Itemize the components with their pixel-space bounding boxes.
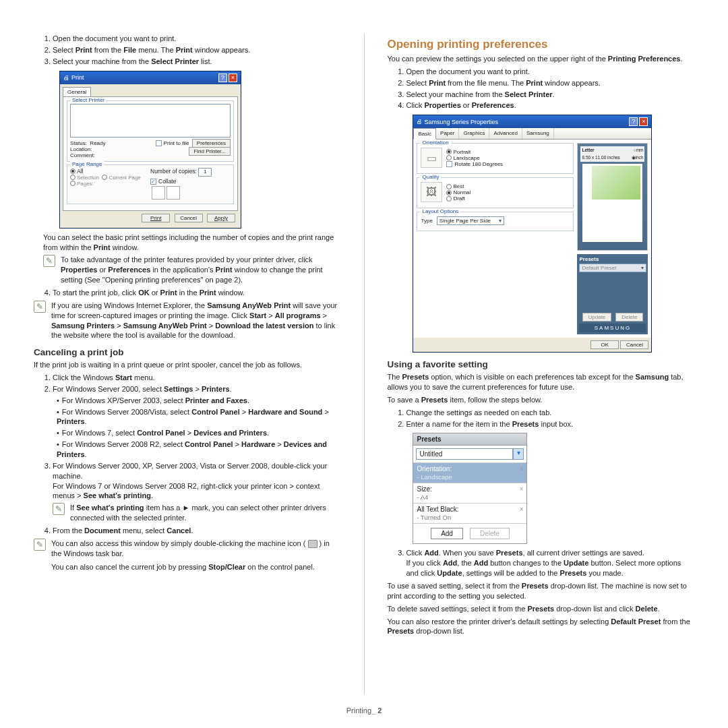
collate-icon-2: [166, 186, 180, 200]
radio-portrait[interactable]: [446, 149, 452, 154]
page-footer: Printing_ 2: [34, 706, 694, 715]
preview-panel: Letter ○mm 8.50 x 11.00 inches ◉inch: [577, 143, 648, 251]
note-icon: ✎: [34, 301, 46, 313]
right-step-1: Open the document you want to print.: [406, 67, 694, 77]
close-icon[interactable]: ×: [229, 73, 237, 82]
step-2: Select Print from the File menu. The Pri…: [53, 45, 341, 55]
add-button[interactable]: Add: [431, 528, 463, 539]
tab-advanced[interactable]: Advanced: [489, 128, 522, 139]
close-icon[interactable]: ×: [639, 117, 648, 126]
tab-paper[interactable]: Paper: [436, 128, 459, 139]
right-step-3: Select your machine from the Select Prin…: [406, 90, 694, 100]
samsung-logo: SAMSUNG: [579, 324, 646, 332]
cancel-step-3: For Windows Server 2000, XP, Server 2003…: [53, 461, 341, 523]
note-icon: ✎: [43, 255, 55, 267]
column-divider: [364, 34, 365, 694]
steps-initial: Open the document you want to print. Sel…: [34, 34, 341, 67]
orientation-icon: ▭: [421, 148, 442, 168]
cancel-step-2: For Windows Server 2000, select Settings…: [53, 384, 341, 460]
update-button[interactable]: Update: [582, 313, 612, 322]
group-page-range: Page Range: [70, 161, 104, 167]
tab-graphics[interactable]: Graphics: [459, 128, 489, 139]
ok-button[interactable]: OK: [590, 340, 619, 349]
printer-icon: [308, 540, 317, 548]
print-icon: 🖨: [63, 74, 69, 81]
after-text: You can select the basic print settings …: [43, 233, 341, 253]
radio-selection[interactable]: [70, 175, 75, 180]
rotate-checkbox[interactable]: [446, 161, 452, 167]
remove-icon[interactable]: ×: [520, 465, 524, 473]
fav-step-2: Enter a name for the item in the Presets…: [406, 419, 694, 429]
copies-stepper[interactable]: 1: [198, 168, 212, 177]
preferences-button[interactable]: Preferences: [192, 139, 231, 148]
quality-icon: 🖼: [421, 182, 442, 202]
right-column: Opening printing preferences You can pre…: [387, 34, 694, 694]
heading-opening-preferences: Opening printing preferences: [387, 38, 694, 51]
note-anyweb: If you are using Windows Internet Explor…: [51, 301, 341, 340]
presets-header: Presets: [579, 256, 646, 262]
properties-dialog: 🖨 Samsung Series Properties ? × Basic Pa…: [413, 115, 652, 353]
radio-landscape[interactable]: [446, 155, 452, 160]
right-step-4: Click Properties or Preferences.: [406, 100, 694, 111]
preset-row-size[interactable]: Size:- A4 ×: [413, 483, 526, 504]
print-to-file-checkbox[interactable]: [156, 140, 162, 146]
find-printer-button[interactable]: Find Printer...: [189, 147, 231, 156]
tab-general[interactable]: General: [63, 87, 91, 97]
remove-icon[interactable]: ×: [520, 485, 524, 493]
delete-button: Delete: [470, 528, 510, 539]
radio-current-page[interactable]: [102, 175, 107, 180]
remove-icon[interactable]: ×: [520, 506, 524, 513]
properties-title: Samsung Series Properties: [424, 119, 629, 125]
cancel-step-4: From the Document menu, select Cancel.: [53, 526, 341, 536]
note-icon: ✎: [53, 503, 65, 515]
note-taskbar: You can also access this window by simpl…: [51, 539, 341, 573]
heading-canceling: Canceling a print job: [34, 347, 341, 357]
heading-favorite: Using a favorite setting: [387, 359, 694, 369]
radio-best[interactable]: [446, 184, 452, 189]
properties-titlebar[interactable]: 🖨 Samsung Series Properties ? ×: [413, 115, 651, 128]
note-take-advantage: To take advantage of the printer feature…: [61, 255, 341, 285]
print-button[interactable]: Print: [142, 214, 170, 222]
fav-step-3: Click Add. When you save Presets, all cu…: [406, 548, 694, 578]
presets-title: Presets: [413, 433, 526, 446]
tab-samsung[interactable]: Samsung: [522, 128, 554, 139]
presets-input[interactable]: Untitled: [416, 448, 513, 460]
note-icon: ✎: [34, 539, 46, 551]
cancel-button[interactable]: Cancel: [620, 340, 648, 349]
preset-row-black[interactable]: All Text Black:- Turned On ×: [413, 504, 526, 524]
presets-select[interactable]: Default Preset▾: [579, 264, 646, 272]
print-dialog-titlebar[interactable]: 🖨 Print ? ×: [60, 71, 241, 84]
right-step-2: Select Print from the file menu. The Pri…: [406, 78, 694, 88]
chevron-down-icon[interactable]: ▾: [513, 448, 524, 460]
radio-pages[interactable]: [70, 181, 75, 186]
preset-row-orientation[interactable]: Orientation:- Landscape ×: [413, 463, 526, 483]
cancel-step-1: Click the Windows Start menu.: [53, 373, 341, 383]
cancel-button[interactable]: Cancel: [175, 214, 203, 222]
page-preview: [582, 164, 642, 242]
left-column: Open the document you want to print. Sel…: [34, 34, 341, 694]
collate-checkbox[interactable]: ✓: [150, 179, 156, 185]
radio-normal[interactable]: [446, 190, 452, 195]
fav-step-1: Change the settings as needed on each ta…: [406, 408, 694, 418]
delete-button[interactable]: Delete: [615, 313, 643, 322]
step-3: Select your machine from the Select Prin…: [53, 57, 341, 67]
step-4: To start the print job, click OK or Prin…: [53, 288, 341, 298]
group-select-printer: Select Printer: [70, 97, 107, 103]
step-1: Open the document you want to print.: [53, 34, 341, 44]
type-select[interactable]: Single Page Per Side▾: [437, 216, 504, 225]
presets-panel: Presets Untitled ▾ Orientation:- Landsca…: [413, 433, 527, 544]
apply-button[interactable]: Apply: [207, 214, 235, 222]
radio-draft[interactable]: [446, 196, 452, 202]
radio-all[interactable]: [70, 169, 75, 174]
print-dialog-title: Print: [71, 74, 218, 81]
print-dialog: 🖨 Print ? × General Select Printer Statu…: [59, 71, 241, 229]
printer-list[interactable]: [70, 104, 231, 138]
cancel-intro: If the print job is waiting in a print q…: [34, 360, 341, 370]
help-icon[interactable]: ?: [629, 117, 638, 126]
collate-icon: [152, 186, 165, 200]
help-icon[interactable]: ?: [218, 73, 227, 82]
printer-icon: 🖨: [417, 119, 422, 125]
tab-basic[interactable]: Basic: [413, 128, 436, 140]
